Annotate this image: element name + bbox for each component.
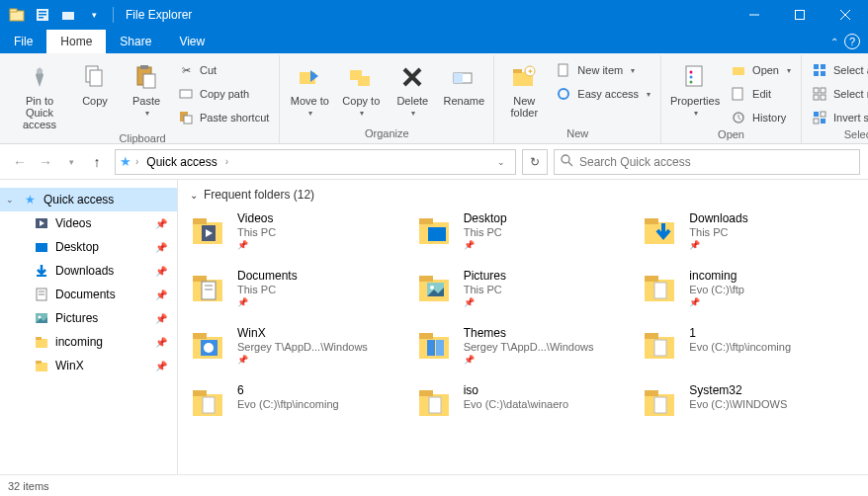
edit-icon [731,86,746,102]
tab-view[interactable]: View [165,30,218,53]
rename-button[interactable]: Rename [440,59,487,109]
sidebar-quick-access[interactable]: ⌄ ★ Quick access [0,188,177,211]
folder-item[interactable]: 6Evo (C:)\ftp\incoming [190,383,404,431]
close-button[interactable] [823,0,868,30]
sidebar-item-downloads[interactable]: Downloads📌 [0,259,177,283]
svg-rect-67 [36,361,42,364]
breadcrumb[interactable]: Quick access [142,155,220,169]
new-item-button[interactable]: New item▾ [552,59,654,81]
copy-path-button[interactable]: Copy path [174,83,273,105]
svg-point-92 [204,343,214,353]
folder-item[interactable]: isoEvo (C:)\data\winaero [416,383,631,431]
svg-rect-65 [36,337,42,340]
qat-newfolder-icon[interactable] [57,4,79,26]
svg-rect-48 [821,95,825,100]
copy-to-icon [345,61,377,93]
folder-icon [34,215,49,231]
navigation-pane[interactable]: ⌄ ★ Quick access Videos📌Desktop📌Download… [0,180,178,474]
help-icon[interactable]: ? [844,34,860,49]
invert-icon [812,110,827,125]
folder-icon [190,211,227,249]
svg-rect-1 [10,9,17,12]
tab-file[interactable]: File [0,30,46,53]
search-input[interactable]: Search Quick access [554,149,860,175]
folder-icon [190,269,227,306]
cut-button[interactable]: ✂Cut [174,59,273,81]
maximize-button[interactable] [777,0,823,30]
properties-button[interactable]: Properties▾ [667,59,723,120]
sidebar-item-incoming[interactable]: incoming📌 [0,330,177,354]
sidebar-item-videos[interactable]: Videos📌 [0,211,177,235]
pin-icon: 📌 [155,337,167,348]
svg-rect-41 [814,64,819,69]
paste-shortcut-button[interactable]: Paste shortcut [174,107,273,128]
qat-properties-icon[interactable] [32,4,53,26]
history-icon [731,110,746,125]
easy-access-button[interactable]: Easy access▾ [552,83,654,105]
svg-rect-38 [733,67,744,75]
svg-rect-88 [654,283,666,298]
move-to-button[interactable]: Move to▾ [286,59,333,120]
svg-rect-32 [559,64,567,76]
history-button[interactable]: History [727,107,795,128]
svg-rect-57 [36,243,47,252]
minimize-button[interactable] [732,0,777,30]
folder-item[interactable]: 1Evo (C:)\ftp\incoming [642,326,856,373]
folder-item[interactable]: VideosThis PC📌 [190,211,404,259]
recent-locations-button[interactable]: ▾ [59,150,83,174]
select-all-button[interactable]: Select all [808,59,868,81]
svg-rect-45 [814,88,819,93]
copy-to-button[interactable]: Copy to▾ [337,59,385,120]
invert-selection-button[interactable]: Invert selection [808,107,868,128]
content-pane[interactable]: ⌄ Frequent folders (12) VideosThis PC📌De… [178,180,868,474]
back-button[interactable]: ← [8,150,32,174]
address-dropdown-icon[interactable]: ⌄ [497,157,505,167]
sidebar-item-desktop[interactable]: Desktop📌 [0,235,177,259]
sidebar-item-winx[interactable]: WinX📌 [0,354,177,377]
svg-point-35 [690,71,693,74]
new-folder-button[interactable]: ✦ New folder [500,59,548,121]
up-button[interactable]: ↑ [85,150,109,174]
svg-rect-69 [193,218,207,224]
folder-item[interactable]: DownloadsThis PC📌 [642,211,856,259]
refresh-button[interactable]: ↻ [522,149,548,175]
svg-rect-49 [814,112,819,117]
folder-icon [416,383,454,421]
folder-icon [642,383,679,421]
section-header[interactable]: ⌄ Frequent folders (12) [190,188,856,202]
collapse-ribbon-icon[interactable]: ⌃ [830,37,838,47]
address-bar[interactable]: ★ › Quick access › ⌄ [115,149,516,175]
folder-item[interactable]: WinXSergey T\AppD...\Windows📌 [190,326,404,373]
select-none-button[interactable]: Select none [808,83,868,105]
open-button[interactable]: Open▾ [727,59,795,81]
folder-item[interactable]: ThemesSergey T\AppD...\Windows📌 [416,326,631,373]
pin-icon: 📌 [689,297,744,307]
tab-share[interactable]: Share [106,30,165,53]
svg-rect-34 [686,66,702,86]
svg-rect-108 [654,397,666,413]
edit-button[interactable]: Edit [727,83,795,105]
select-none-icon [812,86,827,102]
folder-item[interactable]: System32Evo (C:)\WINDOWS [642,383,856,431]
svg-point-33 [559,89,568,99]
svg-rect-20 [184,116,192,124]
copy-path-icon [178,86,194,102]
pin-to-quick-access-button[interactable]: Pin to Quick access [12,59,67,132]
qat-customize-icon[interactable]: ▾ [83,4,105,26]
delete-button[interactable]: Delete▾ [389,59,436,120]
sidebar-item-pictures[interactable]: Pictures📌 [0,306,177,330]
copy-button[interactable]: Copy [71,59,119,109]
ribbon-tabs: File Home Share View ⌃ ? [0,30,868,53]
svg-rect-16 [140,65,148,69]
forward-button[interactable]: → [34,150,57,174]
svg-rect-14 [90,70,102,86]
folder-item[interactable]: DesktopThis PC📌 [416,211,631,259]
sidebar-item-documents[interactable]: Documents📌 [0,283,177,306]
svg-rect-8 [796,11,805,20]
folder-item[interactable]: incomingEvo (C:)\ftp📌 [642,269,856,316]
svg-rect-51 [814,119,819,124]
folder-item[interactable]: DocumentsThis PC📌 [190,269,404,316]
paste-button[interactable]: Paste ▾ [123,59,170,120]
tab-home[interactable]: Home [46,30,106,53]
folder-item[interactable]: PicturesThis PC📌 [416,269,631,316]
